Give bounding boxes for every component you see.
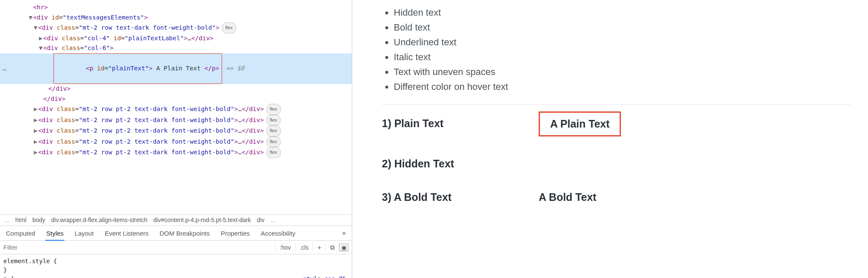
dom-node-hr[interactable]: <hr> — [0, 3, 352, 13]
styles-filter-bar: :hov .cls + ⧉ ▣ — [0, 241, 352, 254]
tab-styles[interactable]: Styles — [46, 230, 64, 237]
disclosure-triangle-closed-icon[interactable]: ▶ — [33, 137, 38, 147]
dom-node-row-sibling[interactable]: ▶<div class="mt-2 row pt-2 text-dark fon… — [0, 104, 352, 115]
breadcrumb[interactable]: … html body div.wrapper.d-flex.align-ite… — [0, 214, 352, 225]
list-item: Underlined text — [394, 35, 851, 50]
disclosure-triangle-open-icon[interactable]: ▼ — [33, 23, 38, 33]
hov-toggle[interactable]: :hov — [275, 243, 295, 252]
devtools-panel: <hr> ▼ <div id="textMessagesElements"> ▼… — [0, 0, 352, 278]
dom-node-selected-plainText[interactable]: <p id="plainText"> A Plain Text </p> == … — [0, 53, 352, 84]
plain-text-row: 1) Plain Text A Plain Text — [382, 117, 851, 136]
breadcrumb-item[interactable]: html — [15, 215, 26, 225]
dollar-zero-ref: == $0 — [222, 64, 244, 74]
disclosure-triangle-closed-icon[interactable]: ▶ — [33, 104, 38, 114]
disclosure-triangle-open-icon[interactable]: ▼ — [28, 13, 33, 23]
styles-filter-input[interactable] — [0, 241, 275, 254]
toggle-element-state-icon[interactable]: ▣ — [339, 244, 348, 251]
tab-dom-breakpoints[interactable]: DOM Breakpoints — [160, 230, 210, 237]
styles-copy-icon[interactable]: ⧉ — [326, 243, 339, 252]
tab-layout[interactable]: Layout — [75, 230, 94, 237]
breadcrumb-item[interactable]: body — [32, 215, 45, 225]
flex-badge[interactable]: flex — [267, 104, 281, 115]
selected-node-highlight: <p id="plainText"> A Plain Text </p> — [53, 53, 222, 84]
element-style-rule[interactable]: element.style { } — [3, 257, 348, 275]
list-item: Different color on hover text — [394, 79, 851, 94]
dom-node-row-sibling[interactable]: ▶<div class="mt-2 row pt-2 text-dark fon… — [0, 136, 352, 147]
tab-properties[interactable]: Properties — [221, 230, 250, 237]
dom-node-close-row[interactable]: </div> — [0, 94, 352, 104]
flex-badge[interactable]: flex — [267, 136, 281, 147]
breadcrumb-more-right-icon[interactable]: … — [270, 215, 276, 225]
dom-node-col6[interactable]: ▼ <div class="col-6"> — [0, 43, 352, 53]
breadcrumb-item[interactable]: div#content.p-4.p-md-5.pt-5.text-dark — [153, 215, 251, 225]
p-selector-rule[interactable]: p { style.css:75 — [3, 275, 348, 278]
dom-node-row-sibling[interactable]: ▶<div class="mt-2 row pt-2 text-dark fon… — [0, 115, 352, 126]
plain-text-value: A Plain Text — [539, 111, 621, 136]
list-item: Text with uneven spaces — [394, 64, 851, 79]
divider — [382, 104, 851, 105]
dom-node-row-sibling[interactable]: ▶<div class="mt-2 row pt-2 text-dark fon… — [0, 147, 352, 158]
dom-node-row-bold[interactable]: ▼ <div class="mt-2 row text-dark font-we… — [0, 22, 352, 33]
dom-node-row-sibling[interactable]: ▶<div class="mt-2 row pt-2 text-dark fon… — [0, 125, 352, 136]
dom-node-close-col6[interactable]: </div> — [0, 84, 352, 94]
styles-subpanel-tabs: Computed Styles Layout Event Listeners D… — [0, 225, 352, 241]
tab-event-listeners[interactable]: Event Listeners — [105, 230, 148, 237]
dom-node-plainTextLabel[interactable]: ▶ <div class="col-4" id="plainTextLabel"… — [0, 33, 352, 44]
text-format-list: Hidden text Bold text Underlined text It… — [382, 5, 851, 94]
flex-badge[interactable]: flex — [267, 115, 281, 126]
disclosure-triangle-closed-icon[interactable]: ▶ — [33, 115, 38, 125]
list-item: Hidden text — [394, 5, 851, 20]
plain-text-label: 1) Plain Text — [382, 117, 539, 136]
disclosure-triangle-closed-icon[interactable]: ▶ — [38, 33, 43, 44]
disclosure-triangle-closed-icon[interactable]: ▶ — [33, 147, 38, 158]
breadcrumb-item[interactable]: div — [257, 215, 264, 225]
list-item: Italic text — [394, 50, 851, 64]
tab-accessibility[interactable]: Accessibility — [261, 230, 295, 237]
flex-badge[interactable]: flex — [222, 22, 236, 33]
breadcrumb-more-left-icon[interactable]: … — [3, 215, 9, 225]
flex-badge[interactable]: flex — [267, 125, 281, 136]
cls-toggle[interactable]: .cls — [295, 243, 313, 252]
new-style-rule-button[interactable]: + — [313, 243, 326, 252]
tabs-overflow-icon[interactable]: » — [342, 229, 346, 237]
bold-text-row: 3) A Bold Text A Bold Text — [382, 191, 851, 203]
dom-node-textMessagesElements[interactable]: ▼ <div id="textMessagesElements"> — [0, 13, 352, 23]
flex-badge[interactable]: flex — [267, 147, 281, 158]
hidden-text-row: 2) Hidden Text — [382, 158, 851, 170]
styles-rules[interactable]: element.style { } p { style.css:75 — [0, 254, 352, 278]
bold-text-value: A Bold Text — [539, 191, 596, 203]
page-preview: Hidden text Bold text Underlined text It… — [352, 0, 868, 278]
hidden-text-label: 2) Hidden Text — [382, 158, 539, 170]
stylesheet-source-link[interactable]: style.css:75 — [303, 275, 346, 278]
tab-computed[interactable]: Computed — [6, 230, 35, 237]
disclosure-triangle-open-icon[interactable]: ▼ — [38, 43, 43, 53]
dom-tree[interactable]: <hr> ▼ <div id="textMessagesElements"> ▼… — [0, 0, 352, 214]
breadcrumb-item[interactable]: div.wrapper.d-flex.align-items-stretch — [51, 215, 147, 225]
list-item: Bold text — [394, 20, 851, 35]
disclosure-triangle-closed-icon[interactable]: ▶ — [33, 126, 38, 136]
bold-text-label: 3) A Bold Text — [382, 191, 539, 203]
